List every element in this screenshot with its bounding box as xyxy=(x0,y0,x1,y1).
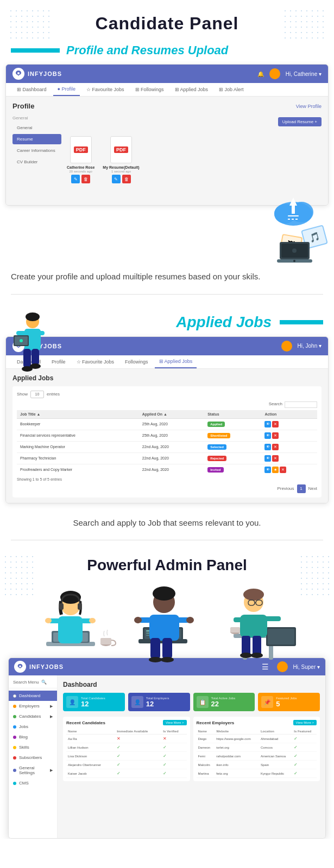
dash-label: Dashboard xyxy=(19,693,40,698)
view-icon-4[interactable]: 👁 xyxy=(264,455,271,462)
jobs-content: Applied Jobs Show 10 entries Search xyxy=(6,369,328,503)
admin-menu-subscribers[interactable]: Subscribers xyxy=(9,752,57,763)
re-location-4: Spain xyxy=(259,761,292,769)
svg-rect-29 xyxy=(100,638,111,644)
del-icon-5[interactable]: ✕ xyxy=(280,467,286,473)
sidebar-resume[interactable]: Resume xyxy=(12,134,61,144)
prev-btn[interactable]: Previous xyxy=(277,486,294,491)
employers-icon: 👤 xyxy=(131,696,143,708)
re-name-3: Femi xyxy=(197,752,215,761)
hamburger-icon[interactable]: ☰ xyxy=(262,662,269,671)
del-icon-4[interactable]: ✕ xyxy=(272,455,279,462)
svg-rect-66 xyxy=(264,616,281,621)
bell-icon[interactable]: 🔔 xyxy=(257,71,264,77)
applied-date-1: 25th Aug, 2020 xyxy=(139,418,204,430)
admin-menu-employers[interactable]: Employers ▶ xyxy=(9,701,57,711)
list-item: Kaiser Jacob ✓ ✓ xyxy=(66,769,187,778)
row-actions-3: 👁 ✕ xyxy=(264,444,314,450)
sidebar-cv[interactable]: CV Builder xyxy=(12,157,61,167)
subs-label: Subscribers xyxy=(19,755,42,760)
admin-search-row: Search Menu 🔍 xyxy=(9,680,57,688)
tab-jobalert[interactable]: ⊞ Job Alert xyxy=(215,84,248,95)
re-view-more-btn[interactable]: View More > xyxy=(293,720,317,725)
jobs-tab-applied[interactable]: ⊞ Applied Jobs xyxy=(155,355,197,368)
jobs-tab-followings[interactable]: Followings xyxy=(121,356,153,368)
col-status: Status xyxy=(204,410,261,419)
profile-browser: INFYJOBS 🔔 Hi, Catherine ▾ ⊞ Dashboard ●… xyxy=(5,64,329,206)
subs-dot xyxy=(13,756,16,760)
tab-dashboard[interactable]: ⊞ Dashboard xyxy=(12,84,51,95)
page-title: Candidate Panel xyxy=(11,14,323,34)
tab-profile[interactable]: ● Profile xyxy=(53,83,80,96)
view-icon-3[interactable]: 👁 xyxy=(264,444,271,450)
admin-menu-skills[interactable]: Skills xyxy=(9,742,57,752)
description-text-2: Search and apply to Job that seems relev… xyxy=(11,517,323,529)
admin-menu-settings[interactable]: General Settings ▶ xyxy=(9,763,57,778)
person-2 xyxy=(122,579,212,666)
search-input[interactable] xyxy=(285,401,317,408)
job-title-3: Marking Machine Operator xyxy=(17,441,139,452)
divider-1 xyxy=(11,294,323,295)
admin-brand-text: INFYJOBS xyxy=(29,663,64,670)
view-icon-1[interactable]: 👁 xyxy=(264,421,271,427)
admin-menu-dashboard[interactable]: Dashboard xyxy=(9,691,57,701)
admin-menu-blog[interactable]: Blog xyxy=(9,732,57,742)
pdf-label-2: PDF xyxy=(114,146,128,153)
resume-delete-btn-1[interactable]: 🗑 xyxy=(81,175,90,183)
list-item: Alejandro Oberbrunner ✓ ✓ xyxy=(66,761,187,769)
job-title-5: Proofreaders and Copy Marker xyxy=(17,464,139,475)
del-icon-2[interactable]: ✕ xyxy=(272,432,279,439)
show-entries: Show 10 entries xyxy=(17,391,317,398)
jobs-tab-favourite[interactable]: ☆ Favourite Jobs xyxy=(72,356,119,368)
resume-edit-btn-2[interactable]: ✎ xyxy=(112,175,121,183)
tab-favourite[interactable]: ☆ Favourite Jobs xyxy=(82,84,129,95)
blog-dot xyxy=(13,736,16,739)
rc-name-5: Kaiser Jacob xyxy=(66,769,115,778)
rc-title: Recent Candidates xyxy=(66,720,105,725)
entries-select[interactable]: 10 xyxy=(30,391,44,398)
jobs-table: Job Title ▲ Applied On ▲ Status Action B… xyxy=(17,410,317,475)
resume-time-1: 20 seconds ago xyxy=(67,170,94,173)
search-row: Search xyxy=(17,401,317,408)
page-number[interactable]: 1 xyxy=(297,484,306,493)
action-icon-5b[interactable]: ★ xyxy=(272,467,279,473)
admin-menu-cms[interactable]: CMS xyxy=(9,778,57,788)
rc-name-1: Aa Ra xyxy=(66,735,115,743)
rc-view-more-btn[interactable]: View More > xyxy=(163,720,186,725)
del-icon-3[interactable]: ✕ xyxy=(272,444,279,450)
admin-menu-jobs[interactable]: Jobs xyxy=(9,722,57,732)
applied-date-2: 25th Aug, 2020 xyxy=(139,430,204,441)
dots-admin-left xyxy=(3,554,35,597)
svg-rect-5 xyxy=(288,215,299,216)
dash-dot xyxy=(13,694,16,698)
pagination-row: Previous 1 Next xyxy=(17,484,317,493)
admin-menu-candidates[interactable]: Candidates ▶ xyxy=(9,711,57,722)
re-location-3: American Samoa xyxy=(259,752,292,761)
upload-resume-btn[interactable]: Upload Resume + xyxy=(278,117,322,126)
resume-delete-btn-2[interactable]: 🗑 xyxy=(122,175,131,183)
navbar-brand: INFYJOBS xyxy=(12,68,62,80)
pdf-icon-1: PDF xyxy=(70,136,92,163)
candidates-icon: 👤 xyxy=(66,696,78,708)
sidebar-career[interactable]: Career Informations xyxy=(12,145,61,156)
next-btn[interactable]: Next xyxy=(308,486,317,491)
del-icon-1[interactable]: ✕ xyxy=(272,421,279,427)
view-icon-2[interactable]: 👁 xyxy=(264,432,271,439)
admin-username: Hi, Super ▾ xyxy=(293,664,320,670)
employers-stat-value: 12 xyxy=(146,700,169,708)
resume-edit-btn-1[interactable]: ✎ xyxy=(71,175,80,183)
search-icon[interactable]: 🔍 xyxy=(41,680,47,685)
table-row: Proofreaders and Copy Marker 22nd Aug, 2… xyxy=(17,464,317,475)
job-title-4: Pharmacy Technician xyxy=(17,452,139,464)
sidebar-general[interactable]: General xyxy=(12,123,61,133)
list-item: Dameon torlet.org Comcos ✓ xyxy=(197,743,317,752)
emp-arrow: ▶ xyxy=(50,704,53,709)
status-badge-2: Shortlisted xyxy=(207,433,230,438)
admin-layout: Search Menu 🔍 Dashboard Employers ▶ xyxy=(9,675,325,838)
tab-applied[interactable]: ⊞ Applied Jobs xyxy=(171,84,213,95)
row-actions-2: 👁 ✕ xyxy=(264,432,314,439)
section-applied: Applied Jobs INFYJOBS Hi, John ▾ Da xyxy=(0,303,334,509)
tab-followings[interactable]: ⊞ Followings xyxy=(131,84,168,95)
view-profile-link[interactable]: View Profile xyxy=(296,104,322,109)
view-icon-5[interactable]: 👁 xyxy=(264,467,271,473)
